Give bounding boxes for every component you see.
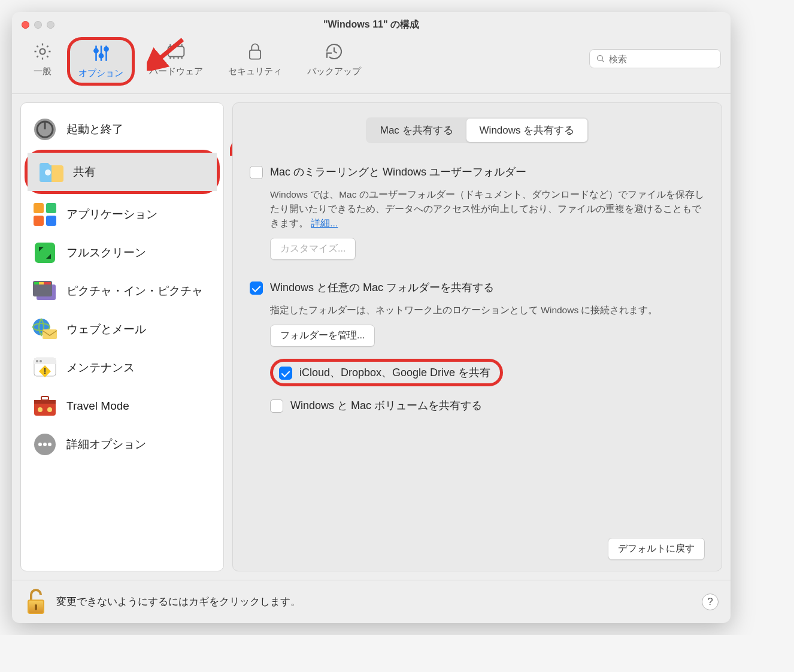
sidebar-item-applications[interactable]: アプリケーション [21,195,223,234]
svg-point-17 [598,56,603,61]
help-button[interactable]: ? [702,594,719,610]
maintenance-icon: ! [32,355,58,381]
svg-rect-55 [35,604,37,610]
body: 起動と終了 共有 アプリケーション [12,94,731,580]
cloud-share-label: iCloud、Dropbox、Google Drive を共有 [299,365,490,380]
svg-rect-7 [168,47,184,57]
mirror-checkbox[interactable] [250,166,263,179]
share-segment: Mac を共有する Windows を共有する [366,117,589,143]
share-folders-title: Windows と任意の Mac フォルダーを共有する [270,280,494,295]
sidebar-item-label: フルスクリーン [66,245,146,261]
search-input[interactable] [609,54,723,64]
window-controls [22,21,54,29]
customize-button[interactable]: カスタマイズ... [270,238,356,260]
sidebar-item-label: 共有 [73,164,96,180]
cloud-share-row: iCloud、Dropbox、Google Drive を共有 [270,359,503,386]
sidebar-item-advanced[interactable]: 詳細オプション [21,425,223,464]
share-folders-desc: 指定したフォルダーは、ネットワーク上のロケーションとして Windows に接続… [270,303,705,317]
defaults-button[interactable]: デフォルトに戻す [608,538,705,560]
svg-rect-26 [34,203,44,213]
svg-point-6 [104,47,108,51]
tab-backup[interactable]: バックアップ [296,37,372,82]
svg-rect-38 [43,329,57,339]
sidebar-item-label: 起動と終了 [66,122,123,137]
sidebar-item-web-mail[interactable]: ウェブとメール [21,310,223,349]
sidebar-item-pip[interactable]: ピクチャ・イン・ピクチャ [21,272,223,310]
segment-mac[interactable]: Mac を共有する [367,119,466,142]
segment-windows[interactable]: Windows を共有する [466,119,588,142]
titlebar: "Windows 11" の構成 [12,12,731,37]
config-window: "Windows 11" の構成 一般 オプション ハードウェア セキ [12,12,731,623]
svg-point-51 [43,443,47,446]
svg-point-48 [47,407,52,412]
chip-icon [166,41,186,62]
sidebar-item-label: アプリケーション [66,207,157,222]
folder-shared-icon [38,159,65,185]
tab-hardware[interactable]: ハードウェア [138,37,214,82]
gear-icon [32,41,53,62]
minimize-window-button[interactable] [34,21,42,29]
svg-point-47 [38,407,43,412]
sidebar-item-fullscreen[interactable]: フルスクリーン [21,234,223,272]
pip-icon [32,278,58,304]
backup-icon [325,41,344,62]
mirror-desc: Windows では、Mac のユーザーフォルダー（ドキュメント、ダウンロードな… [270,187,705,231]
globe-mail-icon [32,316,58,343]
svg-point-52 [48,443,51,446]
svg-point-4 [94,49,98,53]
sidebar-item-maintenance[interactable]: ! メンテナンス [21,349,223,387]
volumes-share-label: Windows と Mac ボリュームを共有する [290,398,482,413]
toolbar: 一般 オプション ハードウェア セキュリティ バックアップ [12,37,731,94]
svg-rect-35 [39,282,44,284]
tab-options[interactable]: オプション [67,37,135,86]
svg-rect-34 [34,282,39,284]
footer: 変更できないようにするにはカギをクリックします。 ? [12,580,731,623]
suitcase-icon [32,393,58,419]
search-field[interactable] [589,49,721,68]
sliders-icon [91,43,111,64]
svg-rect-30 [35,243,55,263]
tab-backup-label: バックアップ [307,66,361,77]
share-folders-checkbox[interactable] [250,281,263,295]
sidebar-item-travel-mode[interactable]: Travel Mode [21,387,223,425]
search-icon [596,54,605,63]
share-folders-row: Windows と任意の Mac フォルダーを共有する [250,280,705,295]
svg-text:!: ! [44,366,47,376]
manage-folders-button[interactable]: フォルダーを管理... [270,325,375,347]
svg-point-25 [45,169,51,175]
window-title: "Windows 11" の構成 [12,19,731,31]
svg-point-41 [36,360,38,362]
zoom-window-button[interactable] [47,21,54,29]
volumes-share-row: Windows と Mac ボリュームを共有する [270,398,705,413]
sidebar-item-label: 詳細オプション [66,437,146,452]
lock-icon [247,41,263,62]
tab-general[interactable]: 一般 [22,37,63,82]
sidebar-item-label: メンテナンス [66,360,135,376]
svg-rect-16 [250,50,260,59]
more-icon [32,431,58,458]
svg-rect-27 [46,203,56,213]
volumes-share-checkbox[interactable] [270,399,283,413]
mirror-row: Mac のミラーリングと Windows ユーザーフォルダー [250,165,705,179]
svg-point-42 [40,360,42,362]
tab-general-label: 一般 [34,66,51,77]
svg-point-5 [99,54,102,57]
fullscreen-icon [32,240,58,266]
sidebar-item-sharing[interactable]: 共有 [28,153,217,191]
close-window-button[interactable] [22,21,29,29]
sidebar-item-label: ピクチャ・イン・ピクチャ [66,283,203,299]
unlock-icon[interactable] [24,588,48,616]
svg-rect-29 [46,216,56,226]
mirror-details-link[interactable]: 詳細... [311,218,338,228]
cloud-share-checkbox[interactable] [279,367,292,380]
mirror-title: Mac のミラーリングと Windows ユーザーフォルダー [270,165,526,179]
svg-point-0 [40,49,45,54]
svg-line-18 [602,60,604,62]
sidebar-item-startup[interactable]: 起動と終了 [21,110,223,149]
footer-lock-text: 変更できないようにするにはカギをクリックします。 [56,595,301,609]
sidebar-item-label: ウェブとメール [66,322,146,337]
power-icon [32,116,58,143]
content-panel: Mac を共有する Windows を共有する Mac のミラーリングと Win… [232,102,722,571]
tab-security[interactable]: セキュリティ [217,37,293,82]
svg-rect-28 [34,216,44,226]
